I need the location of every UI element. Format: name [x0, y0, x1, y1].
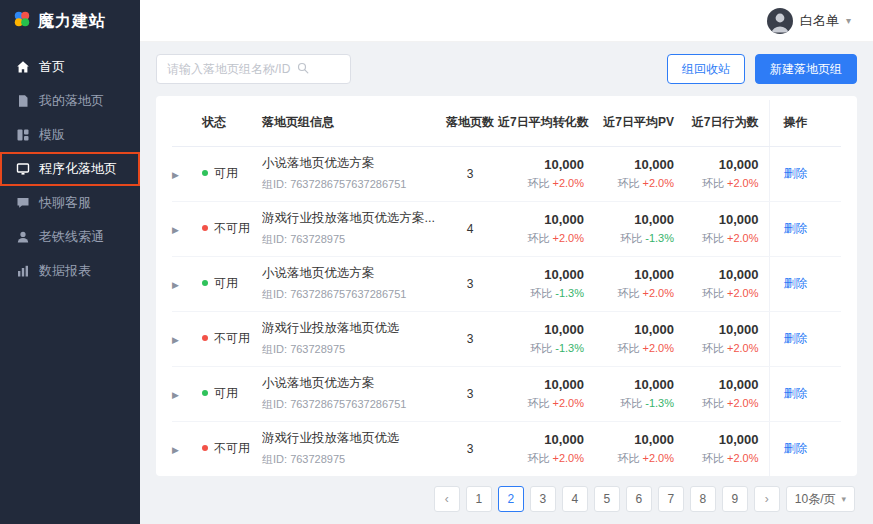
pv-header: 近7日平均PV [594, 100, 684, 146]
status-dot [202, 170, 208, 176]
user-menu[interactable]: 白名单 ▾ [767, 8, 851, 34]
delete-link[interactable]: 删除 [784, 221, 808, 235]
next-page-button[interactable]: › [754, 486, 780, 512]
page-button[interactable]: 3 [530, 486, 556, 512]
page-button[interactable]: 9 [722, 486, 748, 512]
sidebar-item-my-landing-pages[interactable]: 我的落地页 [0, 84, 140, 118]
group-name: 小说落地页优选方案 [262, 375, 442, 392]
sidebar-item-programmatic-landing-pages[interactable]: 程序化落地页 [0, 152, 140, 186]
table-row: ▶ 不可用 游戏行业投放落地页优选 组ID: 763728975 3 10,00… [172, 421, 841, 476]
template-icon [16, 128, 30, 142]
expand-arrow-icon[interactable]: ▶ [172, 170, 179, 180]
sidebar-item-label: 数据报表 [39, 262, 91, 280]
table-row: ▶ 不可用 游戏行业投放落地页优选 组ID: 763728975 3 10,00… [172, 311, 841, 366]
status-dot [202, 390, 208, 396]
conversions-ratio: 环比 +2.0% [498, 231, 584, 246]
status-label: 可用 [214, 386, 238, 400]
logo: 魔力建站 [0, 0, 140, 42]
search-input[interactable]: 请输入落地页组名称/ID [156, 54, 351, 84]
sidebar: 魔力建站 首页 我的落地页 模版 [0, 0, 140, 524]
pv-value: 10,000 [594, 157, 674, 172]
sidebar-item-label: 模版 [39, 126, 65, 144]
conversions-header: 近7日平均转化数 [498, 100, 594, 146]
delete-link[interactable]: 删除 [784, 276, 808, 290]
expand-arrow-icon[interactable]: ▶ [172, 390, 179, 400]
sidebar-item-data-reports[interactable]: 数据报表 [0, 254, 140, 288]
pv-ratio: 环比 +2.0% [594, 176, 674, 191]
pages-count: 3 [442, 366, 498, 421]
group-name: 游戏行业投放落地页优选 [262, 320, 442, 337]
delete-link[interactable]: 删除 [784, 441, 808, 455]
sidebar-item-label: 程序化落地页 [39, 160, 117, 178]
group-id: 组ID: 7637286757637286751 [262, 397, 442, 412]
expand-column-header [172, 100, 202, 146]
create-group-button[interactable]: 新建落地页组 [755, 54, 857, 84]
page-button[interactable]: 5 [594, 486, 620, 512]
chevron-down-icon: ▾ [841, 494, 846, 504]
group-id: 组ID: 763728975 [262, 452, 442, 467]
sidebar-menu: 首页 我的落地页 模版 程序化落地页 [0, 42, 140, 288]
page-size-label: 10条/页 [795, 491, 836, 508]
conversions-value: 10,000 [498, 267, 584, 282]
conversions-ratio: 环比 +2.0% [498, 396, 584, 411]
expand-arrow-icon[interactable]: ▶ [172, 445, 179, 455]
page-button[interactable]: 6 [626, 486, 652, 512]
table-row: ▶ 不可用 游戏行业投放落地页优选方案... 组ID: 763728975 4 … [172, 201, 841, 256]
group-id: 组ID: 7637286757637286751 [262, 177, 442, 192]
sidebar-item-templates[interactable]: 模版 [0, 118, 140, 152]
expand-arrow-icon[interactable]: ▶ [172, 335, 179, 345]
pv-ratio: 环比 -1.3% [594, 396, 674, 411]
conversions-value: 10,000 [498, 377, 584, 392]
pv-value: 10,000 [594, 267, 674, 282]
pv-ratio: 环比 +2.0% [594, 341, 674, 356]
behaviors-ratio: 环比 +2.0% [684, 341, 759, 356]
pv-value: 10,000 [594, 212, 674, 227]
status-dot [202, 225, 208, 231]
app-window: 魔力建站 首页 我的落地页 模版 [0, 0, 873, 524]
behaviors-ratio: 环比 +2.0% [684, 286, 759, 301]
sidebar-item-label: 快聊客服 [39, 194, 91, 212]
sidebar-item-home[interactable]: 首页 [0, 50, 140, 84]
page-button[interactable]: 2 [498, 486, 524, 512]
pv-value: 10,000 [594, 377, 674, 392]
sidebar-item-leads[interactable]: 老铁线索通 [0, 220, 140, 254]
expand-arrow-icon[interactable]: ▶ [172, 225, 179, 235]
page-button[interactable]: 4 [562, 486, 588, 512]
pv-value: 10,000 [594, 432, 674, 447]
info-header: 落地页组信息 [262, 100, 442, 146]
behaviors-value: 10,000 [684, 212, 759, 227]
status-dot [202, 335, 208, 341]
toolbar-actions: 组回收站 新建落地页组 [667, 54, 857, 84]
table-header-row: 状态 落地页组信息 落地页数 近7日平均转化数 近7日平均PV 近7日行为数 操… [172, 100, 841, 146]
logo-text: 魔力建站 [38, 11, 106, 32]
pv-value: 10,000 [594, 322, 674, 337]
status-label: 不可用 [214, 441, 250, 455]
status-dot [202, 280, 208, 286]
sidebar-item-chat-service[interactable]: 快聊客服 [0, 186, 140, 220]
delete-link[interactable]: 删除 [784, 386, 808, 400]
group-id: 组ID: 763728975 [262, 232, 442, 247]
group-name: 小说落地页优选方案 [262, 155, 442, 172]
page-size-select[interactable]: 10条/页 ▾ [786, 486, 855, 512]
group-name: 小说落地页优选方案 [262, 265, 442, 282]
delete-link[interactable]: 删除 [784, 166, 808, 180]
prev-page-button[interactable]: ‹ [434, 486, 460, 512]
status-label: 可用 [214, 166, 238, 180]
expand-arrow-icon[interactable]: ▶ [172, 280, 179, 290]
actions-header: 操作 [769, 100, 841, 146]
pages-count: 3 [442, 421, 498, 476]
status-label: 可用 [214, 276, 238, 290]
conversions-ratio: 环比 -1.3% [498, 341, 584, 356]
page-button[interactable]: 8 [690, 486, 716, 512]
page-button[interactable]: 1 [466, 486, 492, 512]
recycle-bin-button[interactable]: 组回收站 [667, 54, 745, 84]
status-header: 状态 [202, 100, 262, 146]
group-id: 组ID: 7637286757637286751 [262, 287, 442, 302]
pv-ratio: 环比 +2.0% [594, 451, 674, 466]
page-button[interactable]: 7 [658, 486, 684, 512]
delete-link[interactable]: 删除 [784, 331, 808, 345]
behaviors-value: 10,000 [684, 432, 759, 447]
pagination: ‹ 1 2 3 4 5 6 7 8 9 › 10条/页 ▾ [156, 486, 857, 512]
landing-page-groups-table: 状态 落地页组信息 落地页数 近7日平均转化数 近7日平均PV 近7日行为数 操… [172, 100, 841, 476]
table-row: ▶ 可用 小说落地页优选方案 组ID: 7637286757637286751 … [172, 366, 841, 421]
